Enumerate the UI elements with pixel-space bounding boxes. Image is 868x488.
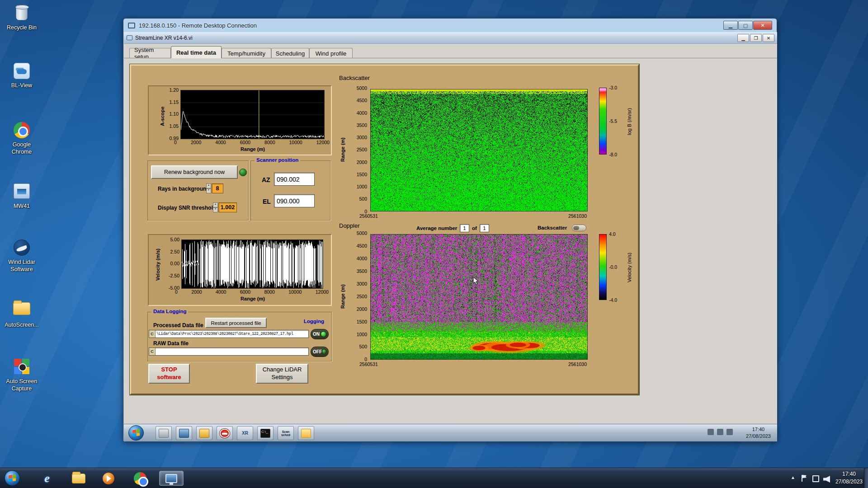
tick-label: 6000 [240, 290, 250, 295]
velocity-plot[interactable] [181, 239, 323, 289]
remote-clock-date: 27/08/2023 [746, 433, 771, 440]
raw-data-file-path[interactable]: C [149, 347, 309, 356]
taskbar-yellow-app-icon[interactable] [196, 426, 212, 440]
recycle-bin-icon [13, 5, 31, 23]
tab-real-time-data[interactable]: Real time data [171, 46, 222, 58]
action-center-flag-icon[interactable] [802, 475, 808, 482]
desktop-icon-label: Wind Lidar Software [3, 259, 41, 273]
desktop-icon-recycle-bin[interactable]: Recycle Bin [3, 4, 41, 32]
tick-label: 12000 [316, 290, 329, 295]
processed-data-file-path[interactable]: C \Lidar\Data\Proc\2023\202308\20230827\… [149, 330, 309, 338]
tick-label: 4500 [357, 98, 367, 103]
taskbar-clock[interactable]: 17:40 27/08/2023 [835, 470, 863, 486]
average-number-field[interactable]: 1 [460, 224, 469, 232]
desktop-icon-google-chrome[interactable]: Google Chrome [3, 121, 41, 155]
backscatter-plot[interactable] [370, 89, 588, 211]
desktop-icon-label: Google Chrome [3, 141, 41, 155]
backscatter-toggle-knob [573, 226, 579, 230]
raw-logging-toggle[interactable]: OFF [311, 347, 329, 357]
velocity-y-ticks: 5.002.500.00-2.50-5.00 [161, 237, 179, 290]
desktop-icon-label: Auto Screen Capture [3, 378, 41, 392]
az-value-field[interactable]: 090.002 [274, 173, 315, 186]
desktop-icon-label: Recycle Bin [3, 24, 41, 32]
raw-data-file-label: RAW Data file [153, 340, 189, 347]
taskbar-folder-icon[interactable] [298, 426, 314, 440]
processed-logging-toggle[interactable]: ON [311, 329, 329, 339]
taskbar-xr-app-icon[interactable]: XR [237, 426, 253, 440]
scanner-position-group: Scanner position AZ 090.002 EL 090.000 [250, 160, 330, 221]
tab-wind-profile[interactable]: Wind profile [309, 48, 353, 58]
tick-label: 8000 [264, 140, 275, 145]
wind-lidar-icon [13, 239, 31, 258]
desktop-icon-wind-lidar-software[interactable]: Wind Lidar Software [3, 239, 41, 273]
backscatter-colorbar-label: log B (/m/sr) [627, 95, 632, 148]
mw41-icon [13, 183, 31, 202]
host-taskbar: e ▲ 17:40 27/08/2023 [0, 468, 868, 488]
app-close-button[interactable]: ✕ [763, 34, 774, 42]
desktop-icon-mw41[interactable]: MW41 [3, 182, 41, 210]
show-desktop-button[interactable] [864, 468, 868, 488]
tray-volume-icon [717, 429, 723, 435]
change-lidar-settings-button[interactable]: Change LiDAR Settings [256, 364, 308, 384]
tick-label: 5000 [357, 86, 367, 91]
network-icon[interactable] [812, 475, 819, 482]
rdp-minimize-button[interactable]: ▁ [723, 21, 738, 30]
taskbar-terminal-icon[interactable]: C:\_ [257, 426, 274, 440]
tab-temp-humidity[interactable]: Temp/humidity [222, 48, 271, 58]
velocity-y-axis-label: Velocity (m/s) [155, 243, 160, 286]
bl-view-icon [13, 63, 31, 81]
remote-start-button[interactable] [128, 425, 144, 441]
snr-spinner[interactable]: ▲▼ [213, 202, 218, 212]
taskbar-rdp-active[interactable] [159, 471, 184, 486]
app-minimize-button[interactable]: ▁ [737, 34, 749, 42]
tick-label: 3500 [357, 123, 367, 128]
tab-system-setup[interactable]: System setup [129, 48, 171, 58]
rdp-maximize-button[interactable]: ▢ [738, 21, 753, 30]
backscatter-y-axis-label: Range (m) [340, 129, 345, 170]
remote-session: StreamLine XR v14-6.vi ▁ ❐ ✕ System setu… [124, 32, 777, 441]
app-window-title: StreamLine XR v14-6.vi [135, 35, 193, 41]
rdp-window-icon [128, 23, 135, 28]
desktop-icon-bl-view[interactable]: BL-View [3, 62, 41, 89]
app-restore-button[interactable]: ❐ [750, 34, 762, 42]
tick-label: 500 [359, 197, 367, 202]
rays-value-field[interactable]: 8 [212, 183, 223, 193]
el-value-field[interactable]: 090.000 [274, 194, 315, 207]
hidden-icons-arrow[interactable]: ▲ [791, 475, 797, 482]
ascope-plot[interactable] [180, 90, 325, 139]
backscatter-toggle[interactable] [572, 225, 586, 231]
tick-label: 2.50 [170, 249, 179, 254]
restart-processed-file-button[interactable]: Restart processed file [205, 318, 267, 328]
rdp-titlebar[interactable]: 192.168.0.150 - Remote Desktop Connectio… [123, 19, 777, 32]
tab-scheduling[interactable]: Scheduling [271, 48, 309, 58]
snr-value-field[interactable]: 1.002 [218, 202, 237, 212]
taskbar-monitor-app-icon[interactable] [176, 426, 192, 440]
backscatter-colorbar-ticks: -3.0-5.5-8.0 [609, 85, 624, 157]
renew-background-button[interactable]: Renew background now [151, 165, 238, 179]
taskbar-internet-explorer[interactable]: e [39, 471, 55, 486]
tick-label: 4.0 [609, 232, 616, 237]
rays-spinner[interactable]: ▲▼ [206, 183, 211, 193]
taskbar-stop-app-icon[interactable] [217, 426, 233, 440]
taskbar-scan-sched-icon[interactable]: Scan sched [278, 426, 294, 440]
desktop-icon-auto-screen-capture[interactable]: Auto Screen Capture [3, 357, 41, 392]
taskbar-media-player[interactable] [100, 471, 117, 486]
tick-label: 0.00 [170, 261, 179, 266]
doppler-plot[interactable] [370, 234, 588, 360]
average-total-field[interactable]: 1 [480, 224, 489, 232]
doppler-y-axis-label: Range (m) [340, 276, 345, 317]
desktop-icon-autoscreen[interactable]: AutoScreen... [3, 299, 41, 329]
remote-tray-icons[interactable] [708, 429, 733, 435]
system-tray[interactable]: ▲ [791, 471, 830, 486]
velocity-x-ticks: 020004000600080001000012000 [175, 290, 329, 295]
taskbar-printer-icon[interactable] [156, 426, 172, 440]
toggle-on-label: ON [313, 332, 320, 337]
taskbar-chrome[interactable] [132, 471, 148, 486]
remote-clock[interactable]: 17:40 27/08/2023 [746, 426, 771, 440]
volume-icon[interactable] [823, 476, 830, 483]
rdp-close-button[interactable]: ✕ [753, 21, 772, 30]
taskbar-file-explorer[interactable] [71, 471, 87, 486]
start-button[interactable] [5, 470, 20, 486]
app-titlebar[interactable]: StreamLine XR v14-6.vi ▁ ❐ ✕ [124, 32, 777, 44]
stop-software-button[interactable]: STOP software [148, 364, 190, 384]
